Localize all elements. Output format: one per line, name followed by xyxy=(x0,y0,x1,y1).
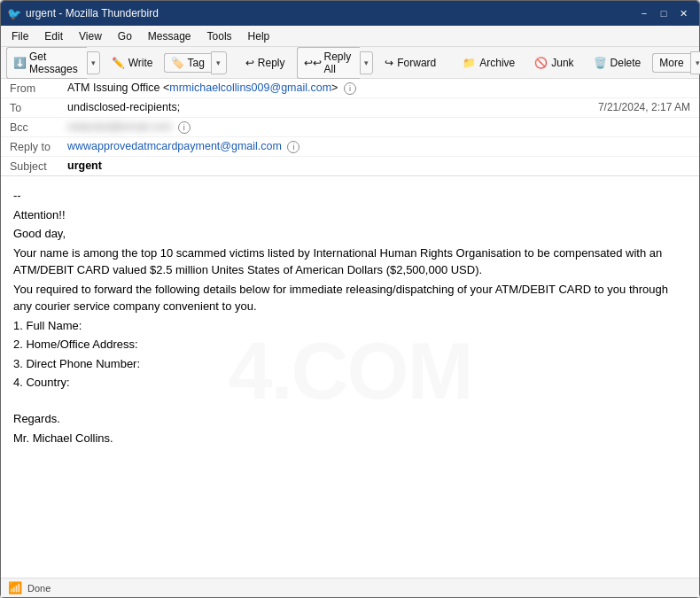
body-separator: -- xyxy=(13,187,687,205)
tag-split-button: 🏷️ Tag ▾ xyxy=(164,51,226,74)
email-body-content: -- Attention!! Good day, Your name is am… xyxy=(13,187,687,447)
email-body: 4.COM -- Attention!! Good day, Your name… xyxy=(1,176,699,578)
reply-all-icon: ↩↩ xyxy=(304,57,322,69)
reply-all-split-button: ↩↩ Reply All ▾ xyxy=(297,47,374,79)
window-controls: − □ ✕ xyxy=(635,4,692,22)
email-date: 7/21/2024, 2:17 AM xyxy=(598,101,690,113)
reply-to-row: Reply to wwwapprovedatmcardpayment@gmail… xyxy=(1,137,699,157)
menu-bar: File Edit View Go Message Tools Help xyxy=(1,26,699,47)
signal-icon: 📶 xyxy=(8,581,22,594)
get-messages-label: Get Messages xyxy=(29,50,81,75)
body-line-9: Regards. xyxy=(13,410,687,428)
subject-label: Subject xyxy=(10,159,67,173)
archive-button[interactable]: 📁 Archive xyxy=(455,53,523,73)
from-info-icon[interactable]: i xyxy=(344,82,356,95)
forward-button[interactable]: ↪ Forward xyxy=(377,53,444,73)
body-line-2: Your name is among the top 10 scammed vi… xyxy=(13,245,687,279)
tag-button[interactable]: 🏷️ Tag xyxy=(164,53,210,73)
get-messages-dropdown-arrow[interactable]: ▾ xyxy=(87,51,100,74)
junk-icon: 🚫 xyxy=(534,57,548,69)
reply-to-value: wwwapprovedatmcardpayment@gmail.com i xyxy=(67,140,690,153)
bcc-row: Bcc redacted@email.com i xyxy=(1,118,699,137)
toolbar: ⬇️ Get Messages ▾ ✏️ Write 🏷️ Tag ▾ ↩ Re… xyxy=(1,47,699,79)
to-row: To undisclosed-recipients; 7/21/2024, 2:… xyxy=(1,98,699,118)
subject-row: Subject urgent xyxy=(1,157,699,175)
maximize-button[interactable]: □ xyxy=(655,4,673,22)
body-line-10: Mr. Michael Collins. xyxy=(13,430,687,447)
body-line-3: You required to forward the following de… xyxy=(13,281,687,315)
archive-icon: 📁 xyxy=(463,57,476,69)
body-line-4: 1. Full Name: xyxy=(13,317,687,335)
menu-tools[interactable]: Tools xyxy=(200,28,239,44)
write-button[interactable]: ✏️ Write xyxy=(104,53,161,73)
title-bar: 🐦 urgent - Mozilla Thunderbird − □ ✕ xyxy=(1,1,699,26)
body-line-0: Attention!! xyxy=(13,206,687,224)
bcc-info-icon[interactable]: i xyxy=(178,121,191,134)
reply-icon: ↩ xyxy=(245,57,254,69)
window-title: urgent - Mozilla Thunderbird xyxy=(26,7,635,19)
reply-all-button[interactable]: ↩↩ Reply All xyxy=(297,47,361,79)
from-row: From ATM Issuing Office <mrmichaelcollin… xyxy=(1,79,699,98)
reply-to-label: Reply to xyxy=(10,140,67,153)
reply-button[interactable]: ↩ Reply xyxy=(237,53,293,73)
body-line-6: 3. Direct Phone Number: xyxy=(13,355,687,373)
tag-dropdown-arrow[interactable]: ▾ xyxy=(211,51,227,74)
forward-icon: ↪ xyxy=(385,57,393,69)
body-line-1: Good day, xyxy=(13,225,687,243)
junk-button[interactable]: 🚫 Junk xyxy=(526,53,581,73)
tag-icon: 🏷️ xyxy=(171,57,184,69)
reply-to-email[interactable]: wwwapprovedatmcardpayment@gmail.com xyxy=(67,140,282,152)
status-bar: 📶 Done xyxy=(1,578,699,597)
to-label: To xyxy=(10,101,67,114)
menu-file[interactable]: File xyxy=(4,28,35,44)
from-value: ATM Issuing Office <mrmichaelcollins009@… xyxy=(67,82,690,95)
delete-icon: 🗑️ xyxy=(594,57,607,69)
status-text: Done xyxy=(27,583,51,594)
menu-go[interactable]: Go xyxy=(111,28,139,44)
reply-all-dropdown-arrow[interactable]: ▾ xyxy=(360,51,373,74)
more-dropdown-arrow[interactable]: ▾ xyxy=(690,51,700,74)
body-line-5: 2. Home/Office Address: xyxy=(13,336,687,353)
reply-to-info-icon[interactable]: i xyxy=(287,141,299,153)
from-label: From xyxy=(10,82,67,95)
to-value: undisclosed-recipients; xyxy=(67,101,598,113)
email-header: From ATM Issuing Office <mrmichaelcollin… xyxy=(1,79,699,176)
close-button[interactable]: ✕ xyxy=(674,4,692,22)
menu-view[interactable]: View xyxy=(72,28,109,44)
subject-value: urgent xyxy=(67,159,690,172)
write-icon: ✏️ xyxy=(112,57,125,69)
from-email[interactable]: mrmichaelcollins009@gmail.com xyxy=(169,82,331,94)
thunderbird-window: 🐦 urgent - Mozilla Thunderbird − □ ✕ Fil… xyxy=(0,0,700,598)
more-split-button: More ▾ xyxy=(652,51,700,74)
more-button[interactable]: More xyxy=(652,53,689,73)
get-messages-icon: ⬇️ xyxy=(13,57,27,69)
body-line-7: 4. Country: xyxy=(13,374,687,392)
get-messages-button[interactable]: ⬇️ Get Messages xyxy=(6,47,87,79)
bcc-value: redacted@email.com i xyxy=(67,120,690,134)
menu-edit[interactable]: Edit xyxy=(37,28,70,44)
menu-message[interactable]: Message xyxy=(141,28,198,44)
app-icon: 🐦 xyxy=(8,7,20,19)
from-name: ATM Issuing Office xyxy=(67,82,159,94)
minimize-button[interactable]: − xyxy=(635,4,653,22)
delete-button[interactable]: 🗑️ Delete xyxy=(586,53,649,73)
menu-help[interactable]: Help xyxy=(241,28,277,44)
get-messages-split-button: ⬇️ Get Messages ▾ xyxy=(6,47,100,79)
bcc-email: redacted@email.com xyxy=(67,120,172,133)
bcc-label: Bcc xyxy=(10,120,67,134)
